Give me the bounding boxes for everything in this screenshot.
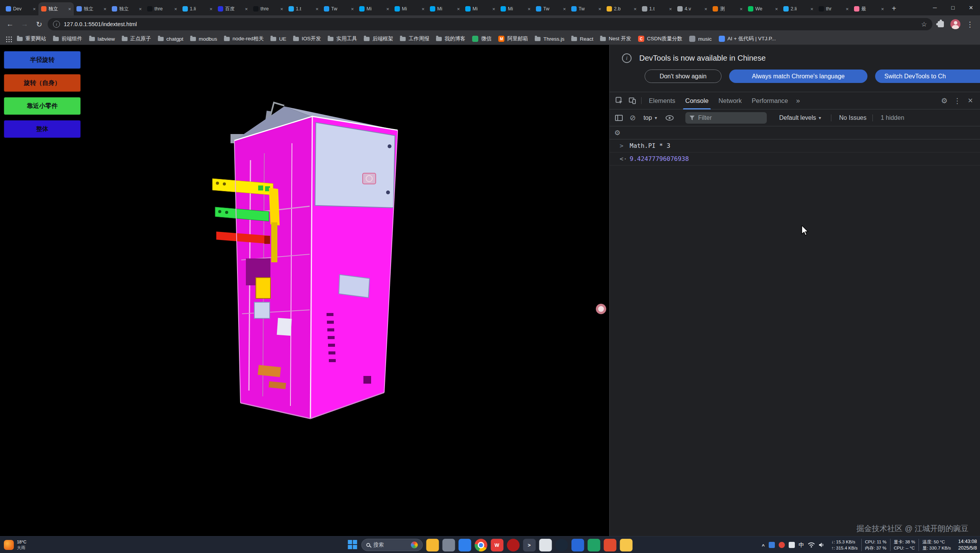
browser-tab[interactable]: Mi× (463, 2, 498, 15)
tab-close-icon[interactable]: × (33, 6, 36, 12)
address-bar[interactable]: i 127.0.0.1:5501/indextest.html ☆ (48, 18, 932, 30)
live-expression-eye-icon[interactable] (665, 115, 674, 121)
tab-close-icon[interactable]: × (810, 6, 813, 12)
browser-tab[interactable]: 2.b× (604, 2, 639, 15)
profile-avatar[interactable] (949, 18, 962, 30)
browser-tab[interactable]: thr× (816, 2, 851, 15)
bookmark-item[interactable]: UE (267, 35, 290, 43)
back-icon[interactable]: ← (4, 18, 16, 30)
devtools-settings-icon[interactable]: ⚙ (938, 94, 951, 107)
tab-close-icon[interactable]: × (740, 6, 743, 12)
tray-app-icon[interactable] (779, 542, 785, 548)
threejs-cabinet-model[interactable] (0, 45, 609, 536)
bookmark-item[interactable]: node-red相关 (221, 34, 267, 44)
extensions-icon[interactable] (935, 18, 947, 30)
web-page-viewport[interactable]: 半径旋转旋转（自身）靠近小零件整体 (0, 45, 609, 536)
inspect-element-icon[interactable] (613, 94, 626, 107)
switch-language-button[interactable]: Switch DevTools to Ch (875, 70, 980, 83)
model-control-button[interactable]: 靠近小零件 (4, 97, 81, 115)
forward-icon[interactable]: → (18, 18, 31, 30)
model-control-button[interactable]: 整体 (4, 120, 81, 138)
devtools-tab-performance[interactable]: Performance (747, 92, 793, 109)
tray-overflow-icon[interactable]: ^ (762, 543, 765, 549)
browser-tab[interactable]: thre× (144, 2, 180, 15)
tab-close-icon[interactable]: × (846, 6, 849, 12)
taskbar-app-icon[interactable] (458, 539, 471, 551)
console-result-row[interactable]: <· 9.42477796076938 (610, 152, 980, 166)
tab-close-icon[interactable]: × (527, 6, 531, 12)
devtools-tab-console[interactable]: Console (680, 92, 714, 109)
tray-app-icon[interactable] (789, 542, 795, 548)
ime-indicator[interactable]: 中 (799, 541, 804, 549)
bookmark-item[interactable]: chatgpt (154, 35, 187, 43)
browser-menu-icon[interactable]: ⋮ (964, 18, 976, 30)
wifi-icon[interactable] (808, 542, 815, 548)
bookmark-item[interactable]: 后端框架 (360, 34, 396, 44)
bookmark-item[interactable]: AI + 低代码 | VTJ.P... (715, 34, 779, 44)
tray-app-icon[interactable] (769, 542, 775, 548)
browser-tab[interactable]: 独立× (109, 2, 144, 15)
apps-grid-icon[interactable] (6, 36, 7, 38)
bookmark-item[interactable]: 前端组件 (50, 34, 86, 44)
bookmark-star-icon[interactable]: ☆ (921, 20, 927, 28)
taskbar-app-icon[interactable] (442, 539, 455, 551)
tab-close-icon[interactable]: × (103, 6, 106, 12)
model-control-button[interactable]: 半径旋转 (4, 51, 81, 69)
browser-tab[interactable]: Tw× (569, 2, 604, 15)
bookmark-item[interactable]: 重要网站 (13, 34, 50, 44)
volume-icon[interactable] (819, 542, 824, 548)
browser-tab[interactable]: 独立× (38, 2, 74, 15)
browser-tab[interactable]: We× (745, 2, 781, 15)
console-command-row[interactable]: > Math.PI * 3 (610, 139, 980, 152)
browser-tab[interactable]: Mi× (427, 2, 463, 15)
taskbar-app-icon[interactable] (507, 539, 519, 551)
tab-close-icon[interactable]: × (386, 6, 389, 12)
tab-close-icon[interactable]: × (245, 6, 248, 12)
taskbar-app-icon[interactable] (620, 539, 632, 551)
console-filter[interactable] (685, 112, 767, 124)
start-button[interactable] (348, 540, 358, 550)
tab-close-icon[interactable]: × (563, 6, 566, 12)
taskbar-app-icon[interactable] (604, 539, 616, 551)
bookmark-item[interactable]: CCSDN质量分数 (635, 34, 686, 44)
taskbar-app-icon[interactable]: W (491, 539, 503, 551)
traffic-monitor[interactable]: ↓: 15.3 KB/s↑: 315.4 KB/sCPU: 11 %内存: 37… (828, 539, 954, 551)
model-control-button[interactable]: 旋转（自身） (4, 74, 81, 92)
tab-close-icon[interactable]: × (633, 6, 637, 12)
devtools-tab-elements[interactable]: Elements (644, 92, 680, 109)
taskbar-app-icon[interactable] (555, 539, 568, 551)
log-levels-dropdown[interactable]: Default levels▾ (779, 114, 821, 121)
chrome-app-icon[interactable] (474, 539, 487, 551)
tab-close-icon[interactable]: × (315, 6, 318, 12)
bookmark-item[interactable]: Thress.js (531, 35, 568, 43)
maximize-button[interactable]: □ (944, 0, 962, 15)
filter-input[interactable] (698, 114, 756, 121)
tab-close-icon[interactable]: × (209, 6, 212, 12)
tab-close-icon[interactable]: × (139, 6, 142, 12)
dont-show-again-button[interactable]: Don't show again (645, 70, 721, 83)
devtools-tab-network[interactable]: Network (713, 92, 747, 109)
browser-tab[interactable]: Tw× (533, 2, 569, 15)
browser-tab[interactable]: thre× (250, 2, 286, 15)
url-text[interactable]: 127.0.0.1:5501/indextest.html (64, 21, 917, 27)
site-info-icon[interactable]: i (53, 21, 60, 28)
reload-icon[interactable]: ↻ (33, 18, 45, 30)
browser-tab[interactable]: Mi× (357, 2, 392, 15)
bookmark-item[interactable]: 我的博客 (433, 34, 469, 44)
tab-close-icon[interactable]: × (598, 6, 601, 12)
tab-close-icon[interactable]: × (881, 6, 884, 12)
window-close-button[interactable]: × (962, 0, 980, 15)
tab-close-icon[interactable]: × (421, 6, 425, 12)
browser-tab[interactable]: 2.li× (781, 2, 816, 15)
bookmark-item[interactable]: labview (86, 35, 118, 43)
tab-close-icon[interactable]: × (280, 6, 283, 12)
search-highlight-icon[interactable] (411, 541, 418, 548)
floating-widget-badge[interactable] (596, 304, 606, 314)
weather-widget[interactable]: 18°C 大雨 (4, 536, 27, 553)
devtools-menu-icon[interactable]: ⋮ (951, 94, 964, 107)
bookmark-item[interactable]: 正点原子 (118, 34, 154, 44)
taskbar-app-icon[interactable] (587, 539, 600, 551)
browser-tab[interactable]: 4.v× (675, 2, 710, 15)
browser-tab[interactable]: 1.li× (180, 2, 215, 15)
taskbar-app-icon[interactable] (571, 539, 584, 551)
